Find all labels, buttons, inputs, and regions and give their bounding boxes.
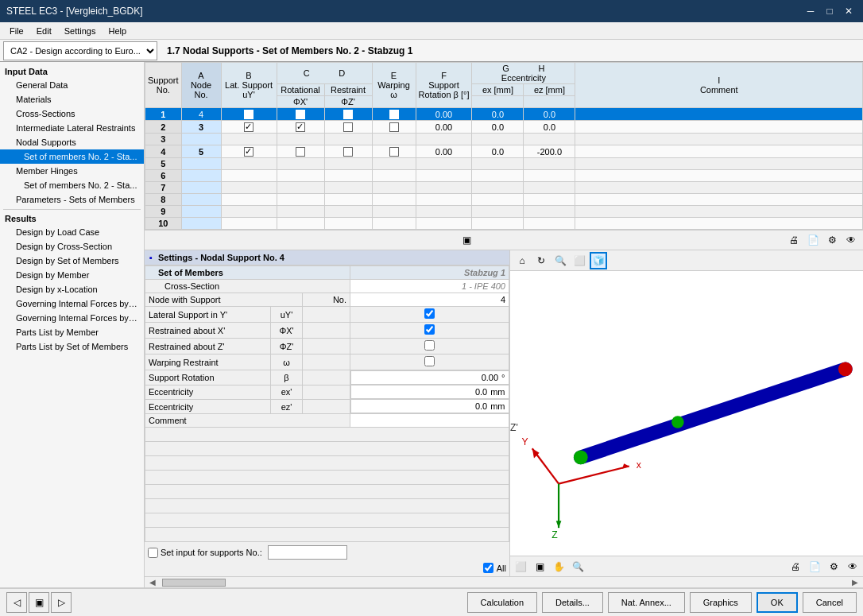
scroll-thumb[interactable] bbox=[162, 579, 226, 587]
rot-x-cb-2[interactable] bbox=[296, 122, 305, 132]
warp-cb-1[interactable] bbox=[389, 110, 399, 119]
settings-icon[interactable]: ⚙ bbox=[823, 231, 841, 249]
restrained-z-checkbox[interactable] bbox=[424, 340, 435, 351]
sidebar-item-general-data[interactable]: General Data bbox=[0, 78, 144, 92]
rot-x-cb-4[interactable] bbox=[296, 147, 305, 157]
warp-cb-2[interactable] bbox=[389, 122, 399, 132]
scroll-left-btn[interactable]: ◀ bbox=[145, 578, 161, 587]
rot-x-cb-1[interactable] bbox=[296, 110, 305, 119]
sidebar-item-materials[interactable]: Materials bbox=[0, 92, 144, 107]
table-row[interactable]: 1 4 0.00 0.0 0.0 bbox=[145, 108, 863, 121]
design-case-dropdown[interactable]: CA2 - Design according to Euro... bbox=[3, 41, 157, 60]
menu-settings[interactable]: Settings bbox=[58, 25, 103, 37]
view-solid-icon[interactable]: ▣ bbox=[531, 558, 548, 575]
calculation-button[interactable]: Calculation bbox=[467, 592, 537, 613]
table-row[interactable]: 4 5 0.00 0.0 -200.0 bbox=[145, 145, 863, 158]
graphics-button[interactable]: Graphics bbox=[690, 592, 752, 613]
print-icon[interactable]: 🖨 bbox=[785, 231, 803, 249]
view-wireframe-icon[interactable]: ⬜ bbox=[512, 558, 529, 575]
maximize-button[interactable]: □ bbox=[822, 3, 838, 19]
close-button[interactable]: ✕ bbox=[841, 3, 857, 19]
support-rotation-unit: ° bbox=[501, 373, 505, 382]
view-print-icon[interactable]: 🖨 bbox=[787, 558, 804, 575]
settings-set-of-members-row: Set of Members Stabzug 1 bbox=[145, 266, 509, 280]
table-row[interactable]: 10 bbox=[145, 218, 863, 230]
minimize-button[interactable]: ─ bbox=[803, 3, 818, 19]
nat-annex-button[interactable]: Nat. Annex... bbox=[608, 592, 685, 613]
menu-file[interactable]: File bbox=[3, 25, 30, 37]
table-row[interactable]: 3 bbox=[145, 134, 863, 145]
lat-support-cb-4[interactable] bbox=[244, 147, 253, 157]
sidebar-item-design-cross-section[interactable]: Design by Cross-Section bbox=[0, 239, 144, 254]
sidebar-item-governing-forces-s[interactable]: Governing Internal Forces by S... bbox=[0, 311, 144, 325]
menu-help[interactable]: Help bbox=[102, 25, 133, 37]
sidebar-item-parts-list-set[interactable]: Parts List by Set of Members bbox=[0, 339, 144, 354]
table-row[interactable]: 2 3 0.00 0.0 0.0 bbox=[145, 121, 863, 134]
rot-z-cb-2[interactable] bbox=[343, 122, 353, 132]
h-scrollbar[interactable]: ◀ ▶ bbox=[145, 576, 863, 587]
details-button[interactable]: Details... bbox=[542, 592, 603, 613]
table-row[interactable]: 7 bbox=[145, 182, 863, 194]
menu-edit[interactable]: Edit bbox=[30, 25, 58, 37]
table-row[interactable]: 8 bbox=[145, 194, 863, 206]
warping-checkbox[interactable] bbox=[424, 356, 435, 366]
footer-icon-2[interactable]: ▣ bbox=[29, 592, 49, 613]
sidebar-item-parts-list-member[interactable]: Parts List by Member bbox=[0, 325, 144, 339]
row-1-ex: 0.0 bbox=[472, 108, 524, 121]
sidebar-item-governing-forces-m[interactable]: Governing Internal Forces by M... bbox=[0, 296, 144, 311]
row-1-ez: 0.0 bbox=[524, 108, 575, 121]
sidebar-item-nodal-supports[interactable]: Nodal Supports bbox=[0, 135, 144, 149]
restrained-x-checkbox[interactable] bbox=[424, 324, 435, 335]
view-zoom-icon[interactable]: 🔍 bbox=[551, 252, 569, 269]
node-with-support-value[interactable] bbox=[350, 293, 509, 307]
scroll-right-btn[interactable]: ▶ bbox=[847, 578, 863, 587]
rot-z-cb-1[interactable] bbox=[343, 110, 353, 119]
table-row[interactable]: 5 bbox=[145, 158, 863, 170]
sidebar-item-design-set-members[interactable]: Design by Set of Members bbox=[0, 254, 144, 268]
sidebar-item-design-load-case[interactable]: Design by Load Case bbox=[0, 225, 144, 239]
rot-z-cb-4[interactable] bbox=[343, 147, 353, 157]
view-export-icon[interactable]: 📄 bbox=[806, 558, 823, 575]
comment-value[interactable] bbox=[350, 414, 509, 428]
comment-input[interactable] bbox=[354, 416, 505, 425]
sidebar-item-design-member[interactable]: Design by Member bbox=[0, 268, 144, 282]
sidebar-item-design-x-location[interactable]: Design by x-Location bbox=[0, 282, 144, 296]
sidebar-item-parameters-sets[interactable]: Parameters - Sets of Members bbox=[0, 192, 144, 207]
view-zoom-window-icon[interactable]: ⬜ bbox=[571, 252, 588, 269]
table-row[interactable]: 9 bbox=[145, 206, 863, 218]
ok-button[interactable]: OK bbox=[757, 592, 798, 613]
lat-support-cb-1[interactable] bbox=[244, 110, 253, 119]
cross-section-value: 1 - IPE 400 bbox=[350, 280, 509, 293]
view-zoom2-icon[interactable]: 🔍 bbox=[569, 558, 586, 575]
lateral-support-checkbox[interactable] bbox=[424, 308, 435, 319]
footer-icon-1[interactable]: ◁ bbox=[6, 592, 27, 613]
node-input[interactable] bbox=[354, 295, 505, 304]
view-icon[interactable]: 👁 bbox=[842, 231, 860, 249]
filter-icon[interactable]: ▣ bbox=[458, 231, 475, 249]
view-3d-icon[interactable]: 🧊 bbox=[590, 252, 607, 269]
export-icon[interactable]: 📄 bbox=[804, 231, 822, 249]
lat-support-cb-2[interactable] bbox=[244, 122, 253, 132]
set-input-field[interactable] bbox=[268, 545, 347, 560]
view-settings-icon[interactable]: ⚙ bbox=[825, 558, 842, 575]
cancel-button[interactable]: Cancel bbox=[803, 592, 857, 613]
content-area: Input Data General Data Materials Cross-… bbox=[0, 62, 863, 587]
set-input-checkbox[interactable] bbox=[148, 548, 158, 558]
warp-cb-4[interactable] bbox=[389, 147, 399, 157]
table-row[interactable]: 6 bbox=[145, 170, 863, 182]
sidebar-item-intermediate-lateral[interactable]: Intermediate Lateral Restraints bbox=[0, 121, 144, 135]
settings-collapse-icon[interactable]: ▪ bbox=[149, 253, 153, 262]
sidebar-item-cross-sections[interactable]: Cross-Sections bbox=[0, 107, 144, 121]
sidebar-item-member-hinges[interactable]: Member Hinges bbox=[0, 164, 144, 178]
settings-eccentricity-ez-row: Eccentricity ez' 0.0 mm bbox=[145, 399, 509, 414]
view-home-icon[interactable]: ⌂ bbox=[513, 252, 531, 269]
view-rotate-icon[interactable]: ↻ bbox=[532, 252, 550, 269]
view-pan-icon[interactable]: ✋ bbox=[550, 558, 567, 575]
sidebar-item-hinges-set2[interactable]: Set of members No. 2 - Sta... bbox=[0, 178, 144, 192]
view-eye-icon[interactable]: 👁 bbox=[844, 558, 861, 575]
sidebar-item-nodal-set2[interactable]: Set of members No. 2 - Sta... bbox=[0, 149, 144, 164]
footer-icon-3[interactable]: ▷ bbox=[51, 592, 72, 613]
row-3-node bbox=[181, 134, 221, 145]
all-checkbox[interactable] bbox=[483, 563, 493, 573]
col-f-header: FSupportRotation β [°] bbox=[416, 63, 472, 108]
